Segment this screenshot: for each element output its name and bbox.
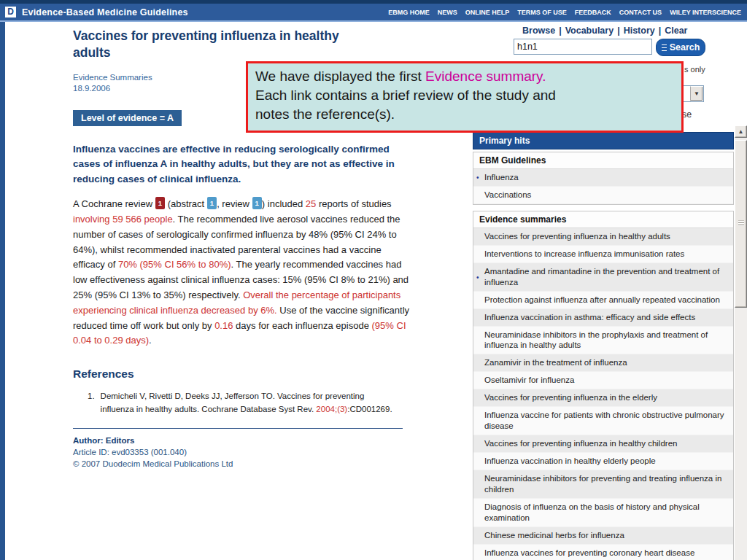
left-border-strip bbox=[0, 22, 5, 560]
result-list: •InfluenzaVaccinations bbox=[473, 169, 733, 204]
scrollbar-thumb[interactable] bbox=[735, 140, 747, 308]
result-item-label: Influenza vaccines for preventing corona… bbox=[484, 548, 694, 557]
result-list-item[interactable]: Vaccines for preventing influenza in the… bbox=[473, 389, 733, 407]
result-item-label: Vaccines for preventing influenza in the… bbox=[484, 393, 657, 402]
reference-link-box[interactable]: 1 bbox=[252, 197, 262, 209]
result-item-label: Oseltamivir for influenza bbox=[484, 376, 574, 384]
result-item-label: Amantadine and rimantadine in the preven… bbox=[484, 267, 719, 287]
article-id-line: Article ID: evd03353 (001.040) bbox=[73, 446, 410, 458]
top-nav: EBMG HOMENEWSONLINE HELPTERMS OF USEFEED… bbox=[388, 9, 741, 16]
bullet-icon: • bbox=[476, 173, 479, 182]
result-list-item[interactable]: Influenza vaccination in healthy elderly… bbox=[473, 453, 733, 470]
result-list-item[interactable]: Vaccinations bbox=[473, 187, 733, 204]
link-separator: | bbox=[655, 26, 665, 36]
text-segment: ) included bbox=[262, 198, 306, 209]
top-nav-link[interactable]: FEEDBACK bbox=[575, 9, 611, 16]
callout-text: We have displayed the first bbox=[255, 69, 425, 84]
result-item-label: Neuraminidase inhibitors for preventing … bbox=[484, 474, 721, 494]
result-list-item[interactable]: Neuraminidase inhibitors for preventing … bbox=[473, 470, 733, 499]
scroll-up-icon[interactable]: ▲ bbox=[735, 125, 747, 138]
top-bar: D Evidence-Based Medicine Guidelines EBM… bbox=[0, 0, 747, 22]
body-paragraph: A Cochrane review 1 (abstract 1, review … bbox=[73, 197, 410, 349]
reference-text: Demicheli V, Rivetti D, Deeks JJ, Jeffer… bbox=[101, 390, 394, 416]
top-nav-link[interactable]: CONTACT US bbox=[619, 9, 662, 16]
result-list-item[interactable]: Protection against influenza after annua… bbox=[473, 292, 733, 309]
search-input[interactable] bbox=[514, 39, 652, 55]
search-results-sidebar: Primary hits EBM Guidelines •InfluenzaVa… bbox=[473, 132, 734, 560]
top-nav-link[interactable]: TERMS OF USE bbox=[517, 9, 567, 16]
callout-text: Each link contains a brief review of the… bbox=[255, 88, 556, 122]
section-title: Evidence summaries bbox=[473, 211, 733, 228]
callout-highlight: Evidence summary. bbox=[425, 69, 546, 84]
result-list-item[interactable]: Influenza vaccine for patients with chro… bbox=[473, 407, 733, 435]
bullet-icon: • bbox=[476, 272, 479, 281]
section-title: EBM Guidelines bbox=[473, 152, 733, 169]
result-list-item[interactable]: Influenza vaccines for preventing corona… bbox=[473, 545, 733, 560]
result-item-label: Zanamivir in the treatment of influenza bbox=[484, 358, 627, 367]
author-line: Author: Editors bbox=[73, 435, 410, 446]
result-item-label: Influenza vaccination in healthy elderly… bbox=[484, 456, 656, 465]
search-toolbar-link[interactable]: Browse bbox=[522, 26, 555, 36]
page-title: Vaccines for preventing influenza in hea… bbox=[73, 28, 379, 61]
result-item-label: Influenza bbox=[484, 173, 519, 182]
result-list: Vaccines for preventing influenza in hea… bbox=[473, 228, 733, 560]
sidebar-scrollbar[interactable]: ▲ bbox=[735, 125, 747, 560]
reference-link-box[interactable]: 1 bbox=[207, 197, 217, 209]
result-list-item[interactable]: Vaccines for preventing influenza in hea… bbox=[473, 228, 733, 246]
result-item-label: Vaccines for preventing influenza in hea… bbox=[484, 232, 670, 241]
search-toolbar-link[interactable]: History bbox=[624, 26, 655, 36]
footer-divider bbox=[73, 428, 403, 429]
top-nav-link[interactable]: WILEY INTERSCIENCE bbox=[670, 9, 741, 16]
level-of-evidence-badge[interactable]: Level of evidence = A bbox=[73, 110, 182, 126]
result-item-label: Interventions to increase influenza immu… bbox=[484, 249, 684, 258]
text-segment: (abstract bbox=[165, 198, 207, 209]
result-list-item[interactable]: Vaccines for preventing influenza in hea… bbox=[473, 435, 733, 453]
search-toolbar-link[interactable]: Clear bbox=[665, 26, 687, 36]
text-segment: 25 bbox=[306, 198, 316, 209]
result-list-item[interactable]: Zanamivir in the treatment of influenza bbox=[473, 354, 733, 372]
result-list-item[interactable]: Interventions to increase influenza immu… bbox=[473, 246, 733, 263]
top-nav-link[interactable]: NEWS bbox=[438, 9, 457, 16]
text-segment: 2004;(3) bbox=[316, 405, 347, 413]
result-list-item[interactable]: Oseltamivir for influenza bbox=[473, 372, 733, 389]
search-toolbar-links: Browse|Vocabulary|History|Clear bbox=[522, 26, 687, 36]
chevron-down-icon[interactable]: ▼ bbox=[690, 86, 703, 101]
result-item-label: Neuraminidase inhibitors in the prophyla… bbox=[484, 330, 708, 350]
text-segment: . bbox=[149, 335, 152, 346]
reference-item: 1. Demicheli V, Rivetti D, Deeks JJ, Jef… bbox=[73, 390, 394, 416]
result-item-label: Influenza vaccine for patients with chro… bbox=[484, 411, 724, 430]
titles-only-label-fragment: s only bbox=[684, 65, 705, 74]
search-button[interactable]: Search bbox=[656, 39, 705, 56]
result-list-item[interactable]: Diagnosis of influenza on the basis of h… bbox=[473, 499, 733, 527]
top-nav-link[interactable]: ONLINE HELP bbox=[465, 9, 510, 16]
text-segment: involving 59 566 people bbox=[73, 214, 173, 225]
result-list-item[interactable]: •Influenza bbox=[473, 169, 733, 187]
copyright-line: © 2007 Duodecim Medical Publications Ltd bbox=[73, 458, 410, 470]
text-segment: 70% (95% CI 56% to 80%) bbox=[118, 259, 231, 270]
text-segment: , review bbox=[217, 198, 252, 209]
result-item-label: Chinese medicinal herbs for influenza bbox=[484, 531, 624, 540]
result-list-item[interactable]: Influenza vaccination in asthma: efficac… bbox=[473, 309, 733, 327]
result-item-label: Diagnosis of influenza on the basis of h… bbox=[484, 502, 700, 522]
duodecim-logo-icon: D bbox=[5, 7, 16, 18]
result-list-item[interactable]: Chinese medicinal herbs for influenza bbox=[473, 527, 733, 545]
top-nav-link[interactable]: EBMG HOME bbox=[388, 9, 430, 16]
result-item-label: Influenza vaccination in asthma: efficac… bbox=[484, 313, 695, 322]
text-segment: A Cochrane review bbox=[73, 198, 155, 209]
primary-hits-header: Primary hits bbox=[473, 132, 734, 149]
speed-lines-icon bbox=[662, 44, 667, 51]
result-list-item[interactable]: •Amantadine and rimantadine in the preve… bbox=[473, 263, 733, 292]
result-list-item[interactable]: Neuraminidase inhibitors in the prophyla… bbox=[473, 327, 733, 355]
text-segment: :CD001269. bbox=[347, 405, 392, 413]
link-separator: | bbox=[555, 26, 565, 36]
annotation-callout: We have displayed the first Evidence sum… bbox=[246, 61, 684, 133]
search-toolbar-link[interactable]: Vocabulary bbox=[565, 26, 614, 36]
result-item-label: Vaccinations bbox=[484, 190, 531, 199]
reference-link-box[interactable]: 1 bbox=[155, 197, 165, 209]
text-segment: reports of studies bbox=[316, 198, 391, 209]
link-separator: | bbox=[614, 26, 624, 36]
text-segment: days for each influenza episode bbox=[233, 320, 371, 331]
references-heading: References bbox=[73, 368, 410, 381]
evidence-summaries-section: Evidence summaries Vaccines for preventi… bbox=[473, 211, 734, 560]
ebm-guidelines-section: EBM Guidelines •InfluenzaVaccinations bbox=[473, 152, 734, 205]
